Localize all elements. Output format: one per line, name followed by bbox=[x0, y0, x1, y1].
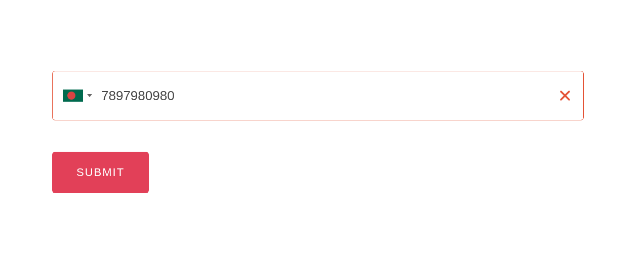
close-icon bbox=[559, 90, 571, 102]
submit-button[interactable]: SUBMIT bbox=[52, 152, 149, 193]
phone-input-wrapper bbox=[52, 71, 584, 120]
flag-bangladesh-icon bbox=[63, 90, 83, 102]
country-selector[interactable] bbox=[63, 90, 92, 102]
clear-button[interactable] bbox=[557, 87, 573, 104]
flag-circle bbox=[67, 92, 75, 100]
phone-form: SUBMIT bbox=[52, 71, 584, 193]
chevron-down-icon bbox=[87, 94, 92, 97]
phone-input[interactable] bbox=[101, 88, 557, 104]
